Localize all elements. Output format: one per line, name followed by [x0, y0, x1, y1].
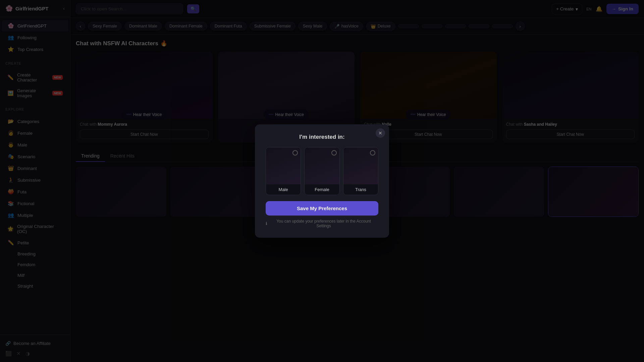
modal-option-male[interactable]: Male: [266, 147, 301, 195]
modal-save-button[interactable]: Save My Preferences: [266, 201, 378, 216]
modal-hint: ℹ You can update your preferences later …: [266, 219, 378, 228]
modal-radio-female[interactable]: [331, 150, 337, 156]
modal-option-trans[interactable]: Trans: [343, 147, 378, 195]
modal-option-female[interactable]: Female: [304, 147, 339, 195]
modal-hint-text: You can update your preferences later in…: [269, 219, 378, 228]
preference-modal: ✕ I'm interested in: Male Female Trans S…: [255, 124, 389, 238]
modal-option-male-label: Male: [266, 184, 301, 195]
modal-option-female-label: Female: [305, 184, 339, 195]
modal-overlay[interactable]: ✕ I'm interested in: Male Female Trans S…: [0, 0, 644, 362]
modal-radio-trans[interactable]: [370, 150, 375, 156]
modal-options: Male Female Trans: [266, 147, 378, 195]
modal-title: I'm interested in:: [266, 134, 378, 140]
info-icon: ℹ: [266, 221, 267, 226]
modal-option-trans-label: Trans: [343, 184, 378, 195]
modal-close-button[interactable]: ✕: [376, 128, 385, 138]
